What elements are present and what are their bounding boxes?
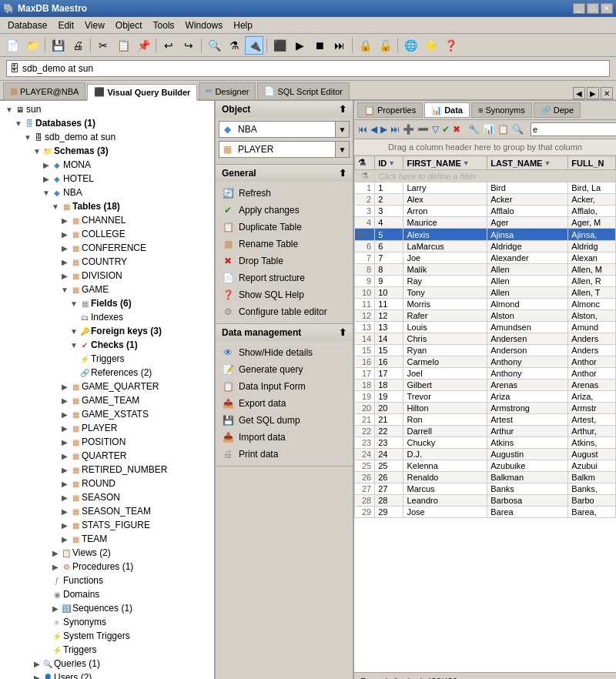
- close-button[interactable]: ✕: [601, 3, 613, 14]
- col-first-name[interactable]: FIRST_NAME ▼: [403, 156, 487, 170]
- filter-btn[interactable]: ▽: [431, 122, 440, 137]
- table-row[interactable]: 10 10 Tony Allen Allen, T: [355, 287, 616, 299]
- table-row[interactable]: 8 8 Malik Allen Allen, M: [355, 264, 616, 276]
- tb-btn12[interactable]: 🌐: [401, 36, 420, 55]
- tree-item-triggers-game[interactable]: ⚡ Triggers: [69, 352, 213, 366]
- title-bar-controls[interactable]: _ □ ✕: [573, 3, 613, 14]
- menu-help[interactable]: Help: [229, 18, 257, 32]
- expand-views[interactable]: ▶: [51, 548, 60, 557]
- tb-btn11[interactable]: 🔓: [376, 36, 394, 55]
- tree-item-checks[interactable]: ▼ ✔ Checks (1): [69, 338, 213, 352]
- tb-search[interactable]: 🔍: [205, 36, 223, 55]
- col-last-sort[interactable]: ▼: [544, 159, 551, 167]
- tree-item-indexes[interactable]: 🗂 Indexes: [69, 310, 213, 324]
- tree-item-mona[interactable]: ▶ ◆ MONA: [2, 158, 213, 172]
- tb-new[interactable]: 📄: [3, 36, 22, 55]
- tree-item-fields[interactable]: ▼ ▦ Fields (6): [69, 296, 213, 310]
- tree-item-views[interactable]: ▶ 📋 Views (2): [2, 546, 213, 560]
- data-management-header[interactable]: Data management ⬆: [216, 324, 353, 341]
- tb-btn10[interactable]: 🔒: [356, 36, 374, 55]
- tree-item-season-team[interactable]: ▶ ▦ SEASON_TEAM: [2, 504, 213, 518]
- expand-quarter[interactable]: ▶: [60, 451, 69, 460]
- tool-btn1[interactable]: 🔧: [467, 122, 480, 137]
- table-row[interactable]: 2 2 Alex Acker Acker,: [355, 194, 616, 206]
- delete-row-btn[interactable]: ➖: [417, 122, 430, 137]
- tb-save[interactable]: 💾: [49, 36, 67, 55]
- expand-procedures[interactable]: ▶: [51, 562, 60, 571]
- menu-windows[interactable]: Windows: [181, 18, 228, 32]
- table-row[interactable]: 16 16 Carmelo Anthony Anthor: [355, 356, 616, 368]
- table-row[interactable]: 17 17 Joel Anthony Anthor: [355, 368, 616, 380]
- action-print[interactable]: 🖨 Print data: [219, 446, 350, 463]
- expand-sdb-demo[interactable]: ▼: [23, 132, 32, 142]
- tree-item-country[interactable]: ▶ ▦ COUNTRY: [2, 255, 213, 269]
- tree-item-position[interactable]: ▶ ▦ POSITION: [2, 435, 213, 449]
- table-row[interactable]: 23 23 Chucky Atkins Atkins,: [355, 437, 616, 449]
- tree-item-functions[interactable]: ƒ Functions: [2, 574, 213, 587]
- expand-channel[interactable]: ▶: [60, 216, 69, 225]
- tree-item-division[interactable]: ▶ ▦ DIVISION: [2, 269, 213, 283]
- tb-connect[interactable]: 🔌: [245, 36, 263, 55]
- tree-item-game-quarter[interactable]: ▶ ▦ GAME_QUARTER: [2, 380, 213, 393]
- expand-country[interactable]: ▶: [60, 257, 69, 266]
- general-section-header[interactable]: General ⬆: [216, 165, 353, 182]
- apply-btn[interactable]: ✔: [441, 122, 450, 137]
- expand-hotel[interactable]: ▶: [42, 174, 51, 183]
- col-first-sort[interactable]: ▼: [463, 159, 470, 167]
- action-showhide[interactable]: 👁 Show/Hide details: [219, 344, 350, 361]
- tree-item-season[interactable]: ▶ ▦ SEASON: [2, 490, 213, 504]
- expand-schemas[interactable]: ▼: [32, 146, 42, 156]
- tree-item-queries[interactable]: ▶ 🔍 Queries (1): [2, 657, 213, 671]
- table-row[interactable]: 22 22 Darrell Arthur Arthur,: [355, 426, 616, 437]
- table-dropdown-arrow[interactable]: ▼: [335, 142, 349, 157]
- data-tab-properties[interactable]: 📋 Properties: [357, 102, 423, 118]
- col-id-sort[interactable]: ▼: [388, 159, 395, 167]
- tool-btn4[interactable]: 🔍: [511, 122, 524, 137]
- expand-users[interactable]: ▶: [32, 673, 42, 679]
- tree-item-channel[interactable]: ▶ ▦ CHANNEL: [2, 213, 213, 227]
- cancel-btn[interactable]: ✖: [452, 122, 461, 137]
- tb-btn8[interactable]: ⏹: [310, 36, 329, 55]
- tab-nav-right[interactable]: ▶: [587, 87, 599, 99]
- tb-undo[interactable]: ↩: [159, 36, 178, 55]
- table-row[interactable]: 25 25 Kelenna Azubuike Azubui: [355, 460, 616, 472]
- tree-item-conference[interactable]: ▶ ▦ CONFERENCE: [2, 241, 213, 255]
- tool-btn3[interactable]: 📋: [497, 122, 510, 137]
- tree-item-quarter[interactable]: ▶ ▦ QUARTER: [2, 449, 213, 463]
- table-row[interactable]: 21 21 Ron Artest Artest,: [355, 414, 616, 426]
- data-tab-synonyms[interactable]: ≡ Synonyms: [471, 102, 532, 118]
- expand-college[interactable]: ▶: [60, 229, 69, 239]
- tree-item-references[interactable]: 🔗 References (2): [69, 366, 213, 380]
- table-row[interactable]: 1 1 Larry Bird Bird, La: [355, 182, 616, 194]
- expand-sun[interactable]: ▼: [5, 105, 14, 114]
- tree-item-system-triggers[interactable]: ⚡ System Triggers: [2, 629, 213, 643]
- tree-item-game-xstats[interactable]: ▶ ▦ GAME_XSTATS: [2, 407, 213, 421]
- menu-view[interactable]: View: [80, 18, 109, 32]
- table-row[interactable]: 18 18 Gilbert Arenas Arenas: [355, 380, 616, 391]
- tb-print[interactable]: 🖨: [69, 36, 87, 55]
- table-row[interactable]: 6 6 LaMarcus Aldridge Aldridg: [355, 241, 616, 253]
- action-input-form[interactable]: 📋 Data Input Form: [219, 378, 350, 395]
- table-row[interactable]: 29 29 Jose Barea Barea,: [355, 507, 616, 518]
- expand-season[interactable]: ▶: [60, 493, 69, 502]
- menu-edit[interactable]: Edit: [53, 18, 79, 32]
- tab-nav-left[interactable]: ◀: [573, 87, 585, 99]
- data-table-container[interactable]: ⚗ ID ▼ FIRST_NAME: [354, 156, 616, 672]
- tree-item-triggers[interactable]: ⚡ Triggers: [2, 643, 213, 657]
- menu-object[interactable]: Object: [111, 18, 147, 32]
- object-section-header[interactable]: Object ⬆: [216, 101, 353, 118]
- nav-first-btn[interactable]: ⏮: [357, 122, 368, 137]
- table-row[interactable]: 3 3 Arron Afflalo Afflalo,: [355, 206, 616, 217]
- expand-retired-number[interactable]: ▶: [60, 465, 69, 474]
- action-refresh[interactable]: 🔄 Refresh: [219, 185, 350, 202]
- table-row[interactable]: 14 14 Chris Andersen Anders: [355, 333, 616, 345]
- tree-item-users[interactable]: ▶ 👤 Users (2): [2, 671, 213, 679]
- tb-cut[interactable]: ✂: [94, 36, 112, 55]
- action-report[interactable]: 📄 Report structure: [219, 269, 350, 286]
- tab-close[interactable]: ✕: [601, 87, 613, 99]
- tree-container[interactable]: ▼ 🖥 sun ▼ 🗄 Databases (1) ▼ 🗄 sdb_demo a…: [0, 101, 214, 679]
- tab-player[interactable]: ▦ PLAYER@NBA: [3, 82, 85, 99]
- tree-item-sdb-demo[interactable]: ▼ 🗄 sdb_demo at sun: [2, 130, 213, 144]
- table-row[interactable]: 9 9 Ray Allen Allen, R: [355, 276, 616, 287]
- tb-btn13[interactable]: ⭐: [421, 36, 440, 55]
